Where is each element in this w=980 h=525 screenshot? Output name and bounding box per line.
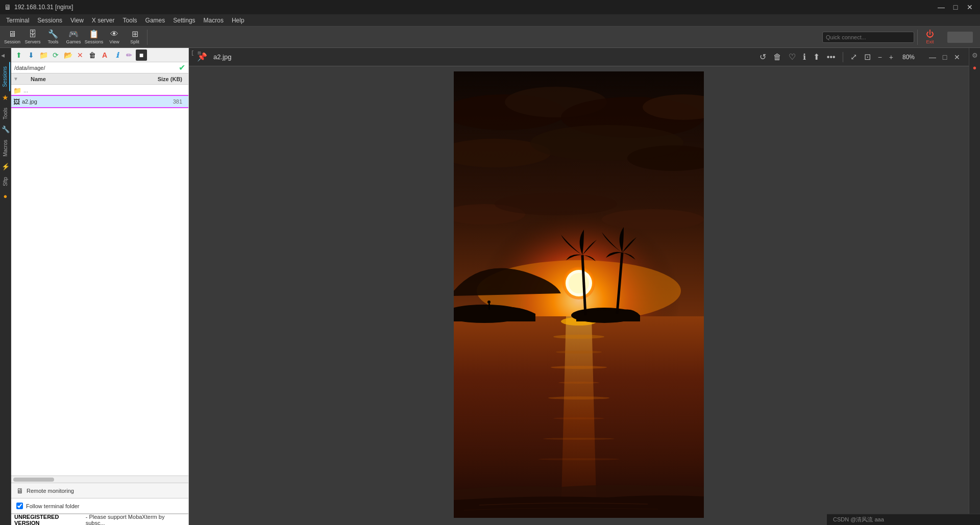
view-icon: 👁 <box>110 30 118 38</box>
viewer-info-button[interactable]: ℹ <box>801 51 808 63</box>
horizontal-scrollbar-area <box>11 476 188 483</box>
viewer-more-button[interactable]: ••• <box>825 52 838 63</box>
star-icon[interactable]: ★ <box>1 92 11 103</box>
file-list: 📁 ... 🖼 a2.jpg 381 <box>11 85 188 476</box>
unregistered-text: UNREGISTERED VERSION <box>14 514 86 526</box>
menu-macros[interactable]: Macros <box>200 16 228 25</box>
viewer-rotate-button[interactable]: ↺ <box>757 51 768 63</box>
sessions-label: Sessions <box>85 39 104 44</box>
file-tb-new-folder[interactable]: 📁 <box>38 49 49 61</box>
games-button[interactable]: 🎮 Games <box>64 28 83 46</box>
unregistered-version-bar: UNREGISTERED VERSION - Please support Mo… <box>11 514 188 525</box>
viewer-maximize-button[interactable]: □ <box>939 52 950 63</box>
right-sidebar-icon-2[interactable]: ● <box>970 62 980 72</box>
menu-view[interactable]: View <box>66 16 88 25</box>
tools-side-icon[interactable]: 🔧 <box>1 124 11 135</box>
remote-monitoring-icon: 🖥 <box>16 487 23 495</box>
minimize-button[interactable]: — <box>935 2 947 12</box>
sftp-side-icon[interactable]: ● <box>1 191 11 202</box>
file-item-parent[interactable]: 📁 ... <box>11 85 188 96</box>
viewer-expand-button[interactable]: ⤢ <box>848 51 859 63</box>
back-arrow-icon[interactable]: ◂ <box>1 51 5 59</box>
sidebar-item-tools[interactable]: Tools <box>1 104 10 123</box>
macros-side-icon[interactable]: ⚡ <box>1 162 11 172</box>
title-bar: 🖥 192.168.10.31 [nginx] — □ ✕ <box>0 0 980 14</box>
image-file-icon: 🖼 <box>13 98 20 106</box>
remote-monitoring-label: Remote monitoring <box>27 488 74 494</box>
session-icon: 🖥 <box>8 30 16 38</box>
viewer-share-button[interactable]: ⬆ <box>811 51 822 63</box>
maximize-button[interactable]: □ <box>949 2 962 12</box>
viewer-zoom-in-button[interactable]: + <box>887 52 895 62</box>
viewer-delete-button[interactable]: 🗑 <box>771 52 783 63</box>
follow-terminal-checkbox[interactable] <box>16 503 23 509</box>
menu-help[interactable]: Help <box>228 16 249 25</box>
viewer-fit-button[interactable]: ⊡ <box>862 51 873 63</box>
viewer-zoom-out-button[interactable]: − <box>876 52 884 62</box>
file-name-a2jpg: a2.jpg <box>22 98 145 105</box>
svg-point-10 <box>495 193 617 215</box>
viewer-window-controls: — □ ✕ <box>927 52 963 63</box>
file-tb-delete[interactable]: 🗑 <box>87 49 98 61</box>
menu-xserver[interactable]: X server <box>88 16 119 25</box>
file-tb-upload[interactable]: ⬆ <box>13 49 24 61</box>
sidebar-item-sftp[interactable]: Sftp <box>1 173 10 190</box>
split-button[interactable]: ⊞ Split <box>126 28 144 46</box>
tools-button[interactable]: 🔧 Tools <box>44 28 62 46</box>
file-tb-terminal[interactable]: ■ <box>136 49 147 61</box>
view-button[interactable]: 👁 View <box>105 28 124 46</box>
close-button[interactable]: ✕ <box>964 2 976 12</box>
left-sidebar: ◂ Sessions ★ Tools 🔧 Macros ⚡ Sftp ● <box>0 48 11 525</box>
file-tb-refresh[interactable]: ⟳ <box>50 49 61 61</box>
sidebar-item-macros[interactable]: Macros <box>1 136 10 161</box>
path-ok-icon: ✔ <box>179 63 185 72</box>
split-label: Split <box>130 39 139 44</box>
viewer-minimize-button[interactable]: — <box>927 52 938 63</box>
file-tb-edit[interactable]: ✏ <box>124 49 135 61</box>
sessions-icon: 📋 <box>89 30 99 38</box>
menu-terminal[interactable]: Terminal <box>2 16 33 25</box>
file-panel-footer: 🖥 Remote monitoring Follow terminal fold… <box>11 483 188 514</box>
viewer-controls: ↺ 🗑 ♡ ℹ ⬆ ••• ⤢ ⊡ − + 80% <box>757 51 919 63</box>
remote-monitoring-button[interactable]: 🖥 Remote monitoring <box>11 483 188 498</box>
viewer-close-button[interactable]: ✕ <box>951 52 963 63</box>
horizontal-scrollbar[interactable] <box>13 478 54 482</box>
extra-toolbar-item <box>947 32 973 43</box>
follow-terminal-label[interactable]: Follow terminal folder <box>26 503 80 509</box>
viewer-heart-button[interactable]: ♡ <box>787 51 798 63</box>
file-tb-download[interactable]: ⬇ <box>26 49 37 61</box>
file-tb-rename[interactable]: A <box>99 49 110 61</box>
file-toolbar: ⬆ ⬇ 📁 ⟳ 📂 ✕ 🗑 A ℹ ✏ ■ <box>11 48 188 62</box>
split-icon: ⊞ <box>132 30 138 38</box>
toolbar-separator-1 <box>147 30 148 45</box>
sessions-button[interactable]: 📋 Sessions <box>85 28 103 46</box>
svg-point-21 <box>551 366 607 369</box>
quick-connect-input[interactable] <box>822 32 914 43</box>
menu-sessions[interactable]: Sessions <box>33 16 66 25</box>
games-label: Games <box>66 39 81 44</box>
svg-point-15 <box>569 273 589 293</box>
path-bar: /data/image/ ✔ <box>11 62 188 73</box>
file-item-a2jpg[interactable]: 🖼 a2.jpg 381 <box>11 96 188 107</box>
right-sidebar-icon-1[interactable]: ⚙ <box>970 50 980 60</box>
svg-point-25 <box>543 438 615 440</box>
current-path: /data/image/ <box>14 65 45 71</box>
session-button[interactable]: 🖥 Session <box>3 28 21 46</box>
column-name-header[interactable]: Name <box>20 76 145 82</box>
right-sidebar: ⚙ ● <box>969 48 980 525</box>
file-tb-info[interactable]: ℹ <box>111 49 122 61</box>
sidebar-item-sessions[interactable]: Sessions <box>1 62 10 91</box>
file-tb-open[interactable]: 📂 <box>62 49 74 61</box>
menu-tools[interactable]: Tools <box>119 16 141 25</box>
session-label: Session <box>4 39 20 44</box>
main-toolbar: 🖥 Session 🗄 Servers 🔧 Tools 🎮 Games 📋 Se… <box>0 27 980 48</box>
viewer-titlebar: 📌 a2.jpg ↺ 🗑 ♡ ℹ ⬆ ••• ⤢ ⊡ − + 80% — □ <box>189 48 969 66</box>
image-viewer: 📌 a2.jpg ↺ 🗑 ♡ ℹ ⬆ ••• ⤢ ⊡ − + 80% — □ <box>189 48 969 525</box>
servers-button[interactable]: 🗄 Servers <box>23 28 42 46</box>
exit-button[interactable]: ⏻ Exit <box>921 28 939 46</box>
servers-icon: 🗄 <box>29 30 37 38</box>
file-tb-delete-red[interactable]: ✕ <box>75 49 86 61</box>
menu-settings[interactable]: Settings <box>169 16 199 25</box>
column-size-header[interactable]: Size (KB) <box>145 76 186 82</box>
menu-games[interactable]: Games <box>141 16 169 25</box>
